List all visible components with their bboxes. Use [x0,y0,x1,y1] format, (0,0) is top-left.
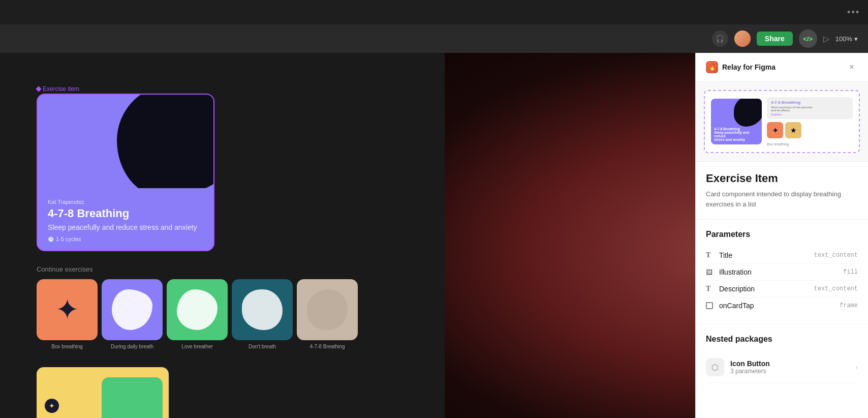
exercise-card-daily-breath[interactable] [102,279,163,340]
avatar[interactable] [734,31,751,47]
thumbnail-bottom-label: Box breathing [767,142,853,146]
nested-icon-box: ⬡ [706,358,724,376]
relay-logo-icon: 🔥 [706,61,718,73]
star-icon: ✦ [55,295,79,324]
param-row-illustration: 🖼 Illustration fill [706,264,858,281]
param-name-title: Title [719,251,814,259]
param-row-title: T Title text_content [706,247,858,264]
nested-packages-section: Nested packages ⬡ Icon Button 3 paramete… [696,324,868,393]
param-type-title: text_content [814,252,858,259]
card-author: Kat Trapendez [48,199,203,205]
blob-figure-4 [307,289,348,330]
component-description: Card component intended to display breat… [706,189,858,209]
exercise-card-label-0: Box breathing [37,344,98,349]
thumbnail-right: 4-7-8 Breathing Short summary of the exe… [767,97,853,146]
blob-figure-3 [242,289,283,330]
zoom-control[interactable]: 100% ▾ [835,35,858,43]
param-name-description: Description [719,285,814,293]
bottom-card-green[interactable] [102,377,163,418]
image-icon-illustration: 🖼 [706,268,716,276]
thumbnail-text: 4-7-8 BreathingSleep peacefully and redu… [714,127,762,141]
star-bottom-icon: ✦ [45,399,59,413]
frame-icon-oncardtap [706,302,716,309]
nested-item-info: Icon Button 3 parameters [730,360,855,375]
param-name-oncardtap: onCardTap [719,302,840,310]
thumb-card-2: ★ [785,122,801,138]
thumbnail-small-cards: ✦ ★ [767,122,853,138]
card-meta: 🕐 1-5 cycles [48,236,203,242]
blob-figure-1 [112,289,152,330]
card-content: Kat Trapendez 4-7-8 Breathing Sleep peac… [38,191,213,250]
clock-icon: 🕐 [48,236,54,242]
preview-area: 4-7-8 BreathingSleep peacefully and redu… [696,82,868,162]
text-icon-description: T [706,285,716,293]
card-blob-shape [117,95,213,188]
preview-frame: 4-7-8 BreathingSleep peacefully and redu… [704,90,860,153]
selected-exercise-card[interactable]: Kat Trapendez 4-7-8 Breathing Sleep peac… [37,94,214,251]
avatar-image [734,31,751,47]
nested-heading: Nested packages [706,335,858,344]
nested-item-name: Icon Button [730,360,855,368]
param-type-oncardtap: frame [840,302,858,309]
close-button[interactable]: × [846,61,858,73]
panel-title: Relay for Figma [722,63,776,71]
panel-logo: 🔥 Relay for Figma [706,61,776,73]
nested-item-icon-button[interactable]: ⬡ Icon Button 3 parameters › [706,352,858,383]
thumbnail-info-card: 4-7-8 Breathing Short summary of the exe… [767,97,853,119]
continue-section-title: Continue exercises [37,265,358,273]
thumb-card-1: ✦ [767,122,783,138]
thumbnail-main-card: 4-7-8 BreathingSleep peacefully and redu… [711,99,762,144]
parameters-section: Parameters T Title text_content 🖼 Illust… [696,220,868,324]
label-marker [36,86,41,92]
param-name-illustration: Illustration [719,268,843,276]
component-label: Exercise item [37,85,79,93]
exercise-card-dont-breath[interactable] [232,279,293,340]
exercise-card-box-breathing[interactable]: ✦ [37,279,98,340]
code-button[interactable]: </> [799,29,817,48]
exercise-card-label-1: During daily breath [102,344,163,349]
exercise-card-label-4: 4-7-8 Breathing [297,344,358,349]
canvas-area: Exercise item Kat Trapendez 4-7-8 Breath… [0,53,445,418]
thumbnail-blob [734,99,762,127]
card-illustration [38,95,213,188]
relay-panel: 🔥 Relay for Figma × 4-7-8 BreathingSleep… [695,53,868,418]
exercise-card-478[interactable] [297,279,358,340]
param-type-description: text_content [814,285,858,292]
continue-exercises-section: Continue exercises ✦ Box breathing Durin… [37,265,358,340]
exercise-card-label-2: Love breather [167,344,228,349]
nested-item-params: 3 parameters [730,368,855,375]
main-toolbar: 🎧 Share </> ▷ 100% ▾ [0,24,868,53]
param-row-oncardtap: onCardTap frame [706,297,858,314]
exercise-cards-row: ✦ Box breathing During daily breath Love… [37,279,358,340]
headphone-icon[interactable]: 🎧 [712,31,728,47]
play-button[interactable]: ▷ [823,34,829,44]
more-options-icon[interactable]: ••• [847,7,860,18]
text-icon-title: T [706,251,716,259]
chevron-right-icon: › [855,363,858,372]
exercise-card-label-3: Don't breath [232,344,293,349]
param-type-illustration: fill [843,268,858,276]
component-name: Exercise Item [706,172,858,185]
top-toolbar: ••• [0,0,868,24]
exercise-card-love-breather[interactable] [167,279,228,340]
component-info: Exercise Item Card component intended to… [696,162,868,220]
param-row-description: T Description text_content [706,281,858,297]
card-title: 4-7-8 Breathing [48,207,203,220]
card-subtitle: Sleep peacefully and reduce stress and a… [48,223,203,232]
share-button[interactable]: Share [757,32,793,46]
panel-header: 🔥 Relay for Figma × [696,53,868,82]
parameters-heading: Parameters [706,230,858,239]
blob-figure-2 [177,289,218,330]
